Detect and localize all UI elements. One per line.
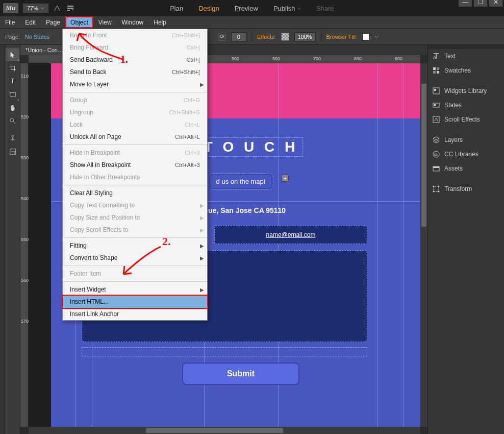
menu-item-hide-in-breakpoint: Hide in BreakpointCtrl+3 bbox=[63, 147, 207, 159]
menu-edit[interactable]: Edit bbox=[20, 16, 41, 28]
selection-tool[interactable] bbox=[6, 48, 19, 61]
svg-text:T: T bbox=[10, 78, 14, 85]
menu-help[interactable]: Help bbox=[148, 16, 171, 28]
menu-item-group: GroupCtrl+G bbox=[63, 94, 207, 106]
cc-icon: cc bbox=[432, 150, 440, 158]
rectangle-tool[interactable] bbox=[6, 88, 19, 101]
submit-button[interactable]: Submit bbox=[182, 363, 299, 385]
panel-cc-libraries[interactable]: ccCC Libraries bbox=[428, 147, 504, 161]
opacity-value[interactable]: 100% bbox=[294, 32, 316, 41]
guide[interactable] bbox=[377, 63, 378, 427]
svg-rect-0 bbox=[67, 6, 73, 7]
panel-layers[interactable]: Layers bbox=[428, 133, 504, 147]
zoom-tool[interactable] bbox=[6, 114, 19, 128]
minimize-button[interactable]: — bbox=[458, 0, 472, 7]
assets-icon bbox=[432, 164, 440, 173]
arrange-icon[interactable] bbox=[52, 3, 62, 13]
menu-item-send-to-back[interactable]: Send to BackCtrl+Shift+[ bbox=[63, 66, 207, 78]
menu-item-insert-link-anchor[interactable]: Insert Link Anchor bbox=[63, 308, 207, 320]
menu-item-clear-all-styling[interactable]: Clear All Styling bbox=[63, 187, 207, 199]
anchor-tool[interactable] bbox=[6, 132, 19, 145]
menu-page[interactable]: Page bbox=[41, 16, 65, 28]
rotate-icon[interactable]: ⟳ bbox=[218, 33, 226, 41]
menu-file[interactable]: File bbox=[0, 16, 20, 28]
app-logo: Mu bbox=[3, 3, 18, 13]
menu-item-convert-to-shape[interactable]: Convert to Shape▶ bbox=[63, 252, 207, 264]
submenu-arrow-icon: ▶ bbox=[200, 215, 204, 221]
menu-item-copy-scroll-effects-to: Copy Scroll Effects to▶ bbox=[63, 224, 207, 236]
window-controls: — ❐ ✕ bbox=[457, 0, 503, 7]
add-handle-icon[interactable]: + bbox=[282, 175, 289, 182]
dock-handle[interactable] bbox=[0, 45, 5, 434]
tab-preview[interactable]: Preview bbox=[235, 5, 258, 12]
submenu-arrow-icon: ▶ bbox=[200, 227, 204, 233]
scrollbar-horizontal[interactable] bbox=[29, 427, 420, 434]
menu-item-lock: LockCtrl+L bbox=[63, 118, 207, 131]
toolbar: T TT bbox=[5, 45, 20, 434]
text-tool[interactable]: T bbox=[6, 75, 19, 88]
page-label: Page: bbox=[5, 34, 20, 40]
svg-text:cc: cc bbox=[434, 153, 438, 156]
hand-tool[interactable] bbox=[6, 101, 19, 114]
submenu-arrow-icon: ▶ bbox=[200, 82, 204, 87]
panel-assets[interactable]: Assets bbox=[428, 161, 504, 176]
menu-item-show-all-in-breakpoint[interactable]: Show All in BreakpointCtrl+Alt+3 bbox=[63, 159, 207, 171]
transform-icon bbox=[432, 185, 440, 193]
tab-design[interactable]: Design bbox=[198, 5, 219, 12]
panel-widgets-library[interactable]: Widgets Library bbox=[428, 84, 504, 98]
spacer-box[interactable] bbox=[82, 347, 367, 356]
effects-icon[interactable] bbox=[281, 33, 289, 41]
svg-point-24 bbox=[433, 186, 435, 187]
tab-plan[interactable]: Plan bbox=[170, 5, 183, 12]
panel-text[interactable]: AText bbox=[428, 49, 504, 63]
panel-states[interactable]: States bbox=[428, 98, 504, 112]
scrollbar-vertical[interactable] bbox=[420, 63, 427, 427]
scroll-thumb[interactable] bbox=[421, 84, 426, 227]
mode-tabs: Plan Design Preview Publish Share bbox=[170, 5, 334, 12]
browserfill-swatch[interactable] bbox=[362, 33, 369, 40]
menu-item-footer-item: Footer Item bbox=[63, 268, 207, 280]
crop-tool[interactable] bbox=[6, 61, 19, 75]
panel-swatches[interactable]: Swatches bbox=[428, 63, 504, 78]
rotate-value[interactable]: 0 bbox=[231, 32, 246, 41]
menu-item-fitting[interactable]: Fitting▶ bbox=[63, 239, 207, 252]
svg-point-5 bbox=[10, 118, 13, 122]
scroll-thumb[interactable] bbox=[146, 428, 283, 433]
menu-item-insert-widget[interactable]: Insert Widget▶ bbox=[63, 283, 207, 296]
effects-label: Effects: bbox=[257, 34, 275, 40]
email-field[interactable]: name@email.com bbox=[214, 226, 367, 244]
panel-scroll-effects[interactable]: Scroll Effects bbox=[428, 112, 504, 127]
menu-item-copy-text-formatting-to: Copy Text Formatting to▶ bbox=[63, 199, 207, 211]
svg-rect-17 bbox=[434, 104, 436, 106]
svg-text:A: A bbox=[433, 55, 436, 60]
titlebar: Mu 77% Plan Design Preview Publish Share… bbox=[0, 0, 504, 16]
menu-item-send-backward[interactable]: Send BackwardCtrl+[ bbox=[63, 54, 207, 66]
dock-grip[interactable] bbox=[428, 45, 504, 49]
menu-view[interactable]: View bbox=[93, 16, 117, 28]
map-button[interactable]: d us on the map! bbox=[209, 174, 273, 189]
maximize-button[interactable]: ❐ bbox=[473, 0, 488, 7]
scroll-icon bbox=[432, 115, 440, 124]
states-icon bbox=[432, 101, 440, 109]
address-text[interactable]: venue, San Jose CA 95110 bbox=[196, 206, 286, 214]
zoom-dropdown[interactable]: 77% bbox=[22, 3, 49, 13]
page-state-dropdown[interactable]: No States bbox=[25, 34, 49, 40]
panel-transform[interactable]: Transform bbox=[428, 182, 504, 196]
menu-item-move-to-layer[interactable]: Move to Layer▶ bbox=[63, 78, 207, 90]
menu-object[interactable]: Object bbox=[65, 16, 93, 28]
menu-item-unlock-all-on-page[interactable]: Unlock All on PageCtrl+Alt+L bbox=[63, 131, 207, 143]
menu-item-ungroup: UngroupCtrl+Shift+G bbox=[63, 106, 207, 118]
menu-window[interactable]: Window bbox=[117, 16, 149, 28]
zoom-value: 77% bbox=[27, 5, 38, 11]
tab-publish[interactable]: Publish bbox=[273, 5, 301, 12]
document-tab[interactable]: *Union - Con… bbox=[20, 45, 69, 55]
layers-icon bbox=[432, 136, 440, 144]
chevron-down-icon[interactable] bbox=[374, 35, 379, 39]
frame-tool[interactable]: TT bbox=[6, 145, 19, 158]
layout-icon[interactable] bbox=[65, 3, 75, 13]
swatch-icon bbox=[432, 66, 440, 75]
close-button[interactable]: ✕ bbox=[489, 0, 503, 7]
guide[interactable] bbox=[403, 63, 404, 427]
menu-item-insert-html[interactable]: Insert HTML... bbox=[63, 296, 207, 308]
chevron-down-icon bbox=[297, 7, 301, 11]
